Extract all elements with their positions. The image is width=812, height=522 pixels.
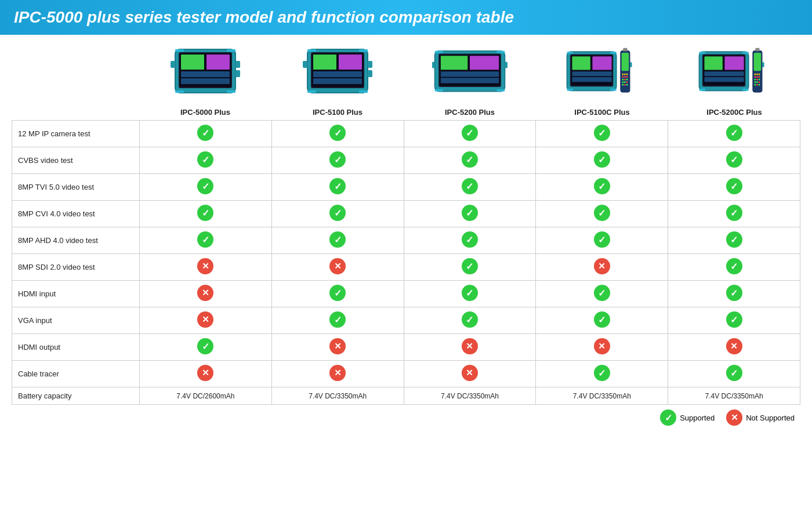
svg-rect-24 — [307, 49, 316, 52]
check-icon — [594, 178, 610, 194]
feature-value: 7.4V DC/3350mAh — [668, 387, 800, 405]
feature-value — [271, 174, 404, 201]
check-icon — [462, 311, 478, 328]
svg-rect-93 — [755, 81, 756, 83]
product-label-ipc5100cplus: IPC-5100C Plus — [574, 108, 629, 117]
check-icon — [197, 178, 213, 194]
table-row: 12 MP IP camera test — [12, 121, 800, 147]
product-image-ipc5200cplus — [697, 41, 772, 104]
feature-value — [271, 201, 404, 227]
feature-value — [536, 361, 668, 387]
feature-value — [140, 254, 272, 281]
table-row: 8MP CVI 4.0 video test — [12, 201, 800, 227]
table-row: 8MP TVI 5.0 video test — [12, 174, 800, 201]
feature-value — [271, 121, 404, 147]
svg-rect-85 — [756, 74, 758, 75]
svg-rect-10 — [175, 49, 184, 52]
svg-rect-99 — [755, 48, 759, 51]
check-icon — [726, 205, 742, 221]
legend-supported: Supported — [660, 409, 715, 426]
svg-rect-9 — [235, 70, 240, 77]
check-icon — [329, 285, 346, 301]
check-icon — [594, 231, 610, 248]
battery-value: 7.4V DC/3350mAh — [309, 392, 367, 400]
feature-value — [536, 307, 668, 334]
feature-value — [668, 254, 800, 281]
check-icon — [197, 205, 213, 221]
table-row: CVBS video test — [12, 147, 800, 174]
cross-icon — [197, 285, 213, 301]
svg-rect-49 — [610, 52, 617, 54]
product-ipc5100cplus: IPC-5100C Plus — [536, 41, 668, 117]
cross-icon — [594, 338, 610, 354]
feature-value — [668, 307, 800, 334]
feature-value — [404, 147, 536, 174]
product-ipc5000plus: IPC-5000 Plus — [139, 41, 271, 117]
svg-rect-95 — [759, 81, 760, 83]
feature-name: 8MP CVI 4.0 video test — [12, 201, 140, 227]
svg-rect-86 — [759, 74, 760, 75]
feature-name: CVBS video test — [12, 147, 140, 174]
svg-rect-90 — [755, 79, 756, 81]
feature-name: 8MP SDI 2.0 video test — [12, 254, 140, 281]
cross-icon — [726, 338, 742, 354]
svg-rect-80 — [699, 89, 705, 91]
legend-not-supported: Not Supported — [726, 409, 795, 426]
feature-value — [404, 281, 536, 307]
svg-rect-4 — [206, 55, 230, 70]
legend-cross-icon — [726, 409, 742, 426]
svg-rect-39 — [435, 89, 443, 92]
feature-value — [536, 201, 668, 227]
feature-value — [140, 174, 272, 201]
svg-rect-47 — [572, 77, 611, 82]
feature-name: HDMI input — [12, 281, 140, 307]
cross-icon — [462, 338, 478, 354]
svg-rect-51 — [610, 89, 617, 91]
feature-value — [140, 201, 272, 227]
comparison-table: 12 MP IP camera testCVBS video test8MP T… — [12, 120, 800, 405]
svg-rect-98 — [759, 84, 760, 86]
check-icon — [594, 205, 610, 221]
svg-rect-97 — [756, 84, 758, 86]
feature-value — [271, 227, 404, 254]
svg-rect-25 — [359, 49, 368, 52]
feature-value — [404, 307, 536, 334]
svg-rect-6 — [181, 78, 230, 84]
feature-value — [140, 361, 272, 387]
svg-rect-54 — [622, 74, 624, 75]
feature-name: 8MP AHD 4.0 video test — [12, 227, 140, 254]
svg-rect-56 — [626, 74, 628, 75]
svg-rect-96 — [755, 84, 756, 86]
check-icon — [462, 258, 478, 274]
svg-rect-75 — [724, 56, 744, 70]
product-image-ipc5200plus — [432, 41, 507, 104]
check-icon — [726, 285, 742, 301]
table-row: HDMI input — [12, 281, 800, 307]
feature-value — [536, 254, 668, 281]
check-icon — [462, 205, 478, 221]
check-icon — [329, 151, 346, 168]
feature-value — [536, 147, 668, 174]
battery-value: 7.4V DC/3350mAh — [573, 392, 631, 400]
product-label-ipc5200cplus: IPC-5200C Plus — [706, 108, 762, 117]
legend-not-supported-label: Not Supported — [746, 414, 795, 422]
svg-rect-32 — [470, 56, 499, 70]
check-icon — [329, 178, 346, 194]
check-icon — [329, 231, 346, 248]
svg-rect-12 — [175, 90, 184, 93]
svg-rect-79 — [742, 52, 749, 54]
check-icon — [594, 311, 610, 328]
feature-value — [536, 334, 668, 361]
product-image-ipc5100plus — [300, 41, 375, 104]
svg-rect-40 — [496, 89, 505, 92]
svg-rect-63 — [622, 81, 624, 83]
svg-rect-64 — [624, 81, 626, 83]
check-icon — [726, 125, 742, 141]
svg-rect-78 — [699, 52, 705, 54]
feature-value — [140, 307, 272, 334]
battery-value: 7.4V DC/3350mAh — [441, 392, 499, 400]
product-ipc5100plus: IPC-5100 Plus — [271, 41, 404, 117]
svg-rect-18 — [339, 55, 362, 70]
cross-icon — [462, 365, 478, 381]
feature-name: 12 MP IP camera test — [12, 121, 140, 147]
